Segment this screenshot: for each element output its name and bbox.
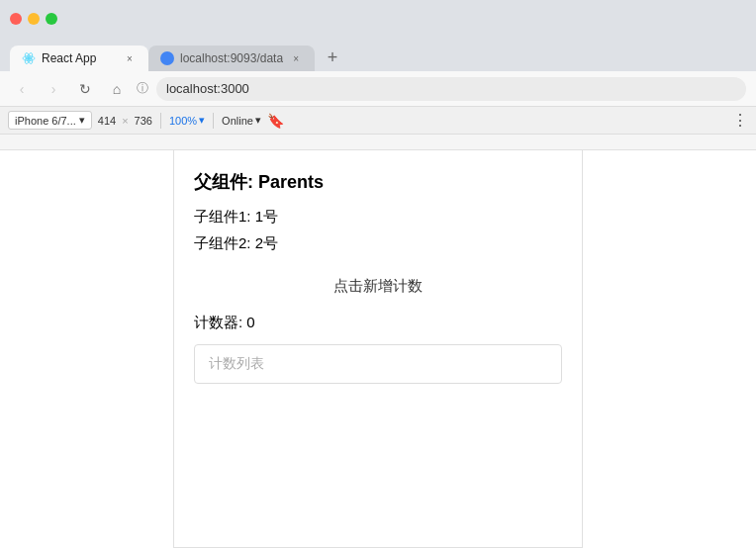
tab-react-close[interactable]: × <box>123 51 137 65</box>
device-name-label: iPhone 6/7... <box>15 115 76 127</box>
online-dropdown-icon: ▾ <box>255 114 261 127</box>
page-ruler <box>0 135 756 150</box>
more-options-icon[interactable]: ⋮ <box>732 111 748 130</box>
app-container: 父组件: Parents 子组件1: 1号 子组件2: 2号 点击新增计数 计数… <box>173 150 583 548</box>
add-count-button[interactable]: 点击新增计数 <box>326 273 430 300</box>
browser-chrome: React App × localhost:9093/data × + ‹ › … <box>0 0 756 150</box>
device-dropdown-icon: ▾ <box>79 114 85 127</box>
child1-label: 子组件1: 1号 <box>194 208 562 227</box>
tab-react[interactable]: React App × <box>10 46 148 71</box>
tab-data[interactable]: localhost:9093/data × <box>148 46 315 71</box>
address-bar: ‹ › ↻ ⌂ ⓘ <box>0 71 756 107</box>
online-label: Online <box>222 115 253 127</box>
title-bar <box>0 0 756 38</box>
online-selector[interactable]: Online ▾ <box>222 114 261 127</box>
parent-title: 父组件: Parents <box>194 170 562 194</box>
device-selector[interactable]: iPhone 6/7... ▾ <box>8 111 92 130</box>
counter-display: 计数器: 0 <box>194 314 562 332</box>
new-tab-button[interactable]: + <box>319 44 346 71</box>
address-input[interactable] <box>156 77 746 101</box>
window-controls <box>10 13 57 25</box>
child2-label: 子组件2: 2号 <box>194 234 562 253</box>
tabs-bar: React App × localhost:9093/data × + <box>0 38 756 71</box>
zoom-selector[interactable]: 100% ▾ <box>169 114 205 127</box>
react-favicon-icon <box>22 51 36 65</box>
maximize-button[interactable] <box>46 13 57 25</box>
tab-react-label: React App <box>42 51 117 65</box>
tab-data-label: localhost:9093/data <box>180 51 283 65</box>
lock-icon: ⓘ <box>137 80 148 97</box>
tab-data-close[interactable]: × <box>289 51 303 65</box>
count-list-placeholder: 计数列表 <box>209 355 264 371</box>
device-toolbar: iPhone 6/7... ▾ 414 × 736 100% ▾ Online … <box>0 107 756 135</box>
minimize-button[interactable] <box>28 13 40 25</box>
count-list-box: 计数列表 <box>194 344 562 384</box>
click-btn-area: 点击新增计数 <box>194 273 562 300</box>
toolbar-divider-1 <box>160 113 161 129</box>
close-button[interactable] <box>10 13 22 25</box>
bookmark-icon[interactable]: 🔖 <box>267 113 284 129</box>
toolbar-divider-2 <box>213 113 214 129</box>
zoom-label: 100% <box>169 115 197 127</box>
content-wrapper: 父组件: Parents 子组件1: 1号 子组件2: 2号 点击新增计数 计数… <box>0 150 756 548</box>
back-button[interactable]: ‹ <box>10 77 34 101</box>
zoom-dropdown-icon: ▾ <box>199 114 205 127</box>
globe-favicon-icon <box>160 51 174 65</box>
reload-button[interactable]: ↻ <box>73 77 97 101</box>
width-value: 414 <box>98 115 116 127</box>
forward-button[interactable]: › <box>42 77 65 101</box>
svg-point-0 <box>27 56 31 60</box>
home-button[interactable]: ⌂ <box>105 77 129 101</box>
height-value: 736 <box>135 115 152 127</box>
x-separator: × <box>122 115 128 127</box>
